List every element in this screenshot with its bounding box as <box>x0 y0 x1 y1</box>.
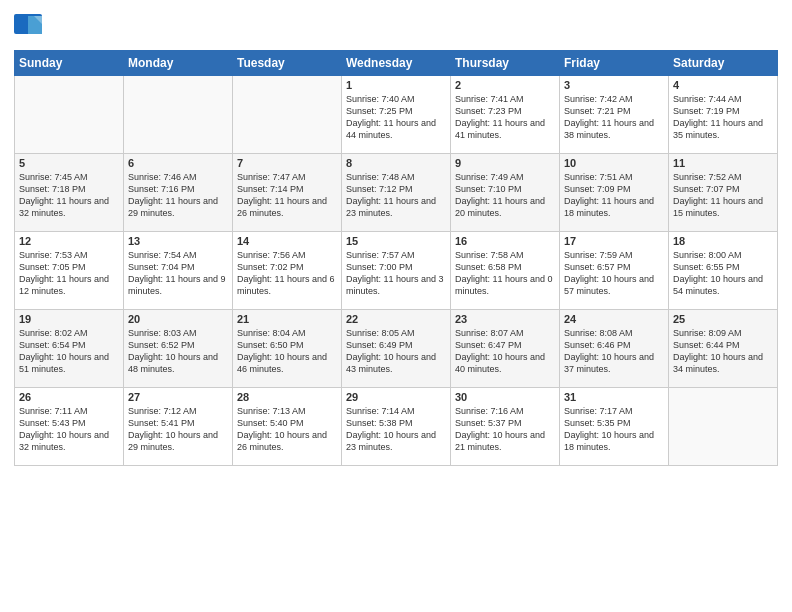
day-number: 18 <box>673 235 773 247</box>
header-row: SundayMondayTuesdayWednesdayThursdayFrid… <box>15 51 778 76</box>
day-info: Sunrise: 7:42 AMSunset: 7:21 PMDaylight:… <box>564 93 664 142</box>
calendar-cell: 23Sunrise: 8:07 AMSunset: 6:47 PMDayligh… <box>451 310 560 388</box>
day-header-saturday: Saturday <box>669 51 778 76</box>
day-info: Sunrise: 7:40 AMSunset: 7:25 PMDaylight:… <box>346 93 446 142</box>
day-number: 31 <box>564 391 664 403</box>
week-row-5: 26Sunrise: 7:11 AMSunset: 5:43 PMDayligh… <box>15 388 778 466</box>
calendar-cell: 6Sunrise: 7:46 AMSunset: 7:16 PMDaylight… <box>124 154 233 232</box>
logo <box>14 14 46 42</box>
day-info: Sunrise: 7:14 AMSunset: 5:38 PMDaylight:… <box>346 405 446 454</box>
calendar-cell <box>669 388 778 466</box>
calendar-cell: 5Sunrise: 7:45 AMSunset: 7:18 PMDaylight… <box>15 154 124 232</box>
day-number: 11 <box>673 157 773 169</box>
week-row-4: 19Sunrise: 8:02 AMSunset: 6:54 PMDayligh… <box>15 310 778 388</box>
calendar-cell: 1Sunrise: 7:40 AMSunset: 7:25 PMDaylight… <box>342 76 451 154</box>
day-number: 16 <box>455 235 555 247</box>
calendar-cell: 22Sunrise: 8:05 AMSunset: 6:49 PMDayligh… <box>342 310 451 388</box>
day-header-thursday: Thursday <box>451 51 560 76</box>
calendar-cell: 4Sunrise: 7:44 AMSunset: 7:19 PMDaylight… <box>669 76 778 154</box>
day-info: Sunrise: 7:16 AMSunset: 5:37 PMDaylight:… <box>455 405 555 454</box>
day-info: Sunrise: 7:47 AMSunset: 7:14 PMDaylight:… <box>237 171 337 220</box>
day-info: Sunrise: 7:52 AMSunset: 7:07 PMDaylight:… <box>673 171 773 220</box>
calendar-cell <box>124 76 233 154</box>
day-info: Sunrise: 7:11 AMSunset: 5:43 PMDaylight:… <box>19 405 119 454</box>
calendar-cell: 18Sunrise: 8:00 AMSunset: 6:55 PMDayligh… <box>669 232 778 310</box>
day-number: 8 <box>346 157 446 169</box>
day-number: 3 <box>564 79 664 91</box>
day-number: 12 <box>19 235 119 247</box>
day-number: 9 <box>455 157 555 169</box>
day-number: 15 <box>346 235 446 247</box>
day-number: 17 <box>564 235 664 247</box>
day-info: Sunrise: 8:00 AMSunset: 6:55 PMDaylight:… <box>673 249 773 298</box>
day-number: 4 <box>673 79 773 91</box>
calendar-cell: 16Sunrise: 7:58 AMSunset: 6:58 PMDayligh… <box>451 232 560 310</box>
logo-icon <box>14 14 42 42</box>
day-header-friday: Friday <box>560 51 669 76</box>
day-number: 10 <box>564 157 664 169</box>
day-number: 1 <box>346 79 446 91</box>
day-info: Sunrise: 7:56 AMSunset: 7:02 PMDaylight:… <box>237 249 337 298</box>
day-info: Sunrise: 7:49 AMSunset: 7:10 PMDaylight:… <box>455 171 555 220</box>
day-info: Sunrise: 7:54 AMSunset: 7:04 PMDaylight:… <box>128 249 228 298</box>
day-number: 27 <box>128 391 228 403</box>
calendar-cell: 25Sunrise: 8:09 AMSunset: 6:44 PMDayligh… <box>669 310 778 388</box>
calendar-cell <box>233 76 342 154</box>
day-number: 7 <box>237 157 337 169</box>
day-info: Sunrise: 7:59 AMSunset: 6:57 PMDaylight:… <box>564 249 664 298</box>
day-info: Sunrise: 7:46 AMSunset: 7:16 PMDaylight:… <box>128 171 228 220</box>
day-info: Sunrise: 7:45 AMSunset: 7:18 PMDaylight:… <box>19 171 119 220</box>
calendar-cell: 3Sunrise: 7:42 AMSunset: 7:21 PMDaylight… <box>560 76 669 154</box>
calendar-cell: 20Sunrise: 8:03 AMSunset: 6:52 PMDayligh… <box>124 310 233 388</box>
calendar-cell: 9Sunrise: 7:49 AMSunset: 7:10 PMDaylight… <box>451 154 560 232</box>
day-info: Sunrise: 7:13 AMSunset: 5:40 PMDaylight:… <box>237 405 337 454</box>
day-header-monday: Monday <box>124 51 233 76</box>
calendar-cell: 24Sunrise: 8:08 AMSunset: 6:46 PMDayligh… <box>560 310 669 388</box>
calendar-table: SundayMondayTuesdayWednesdayThursdayFrid… <box>14 50 778 466</box>
calendar-cell: 13Sunrise: 7:54 AMSunset: 7:04 PMDayligh… <box>124 232 233 310</box>
page-header <box>14 10 778 42</box>
calendar-cell: 31Sunrise: 7:17 AMSunset: 5:35 PMDayligh… <box>560 388 669 466</box>
day-number: 25 <box>673 313 773 325</box>
day-number: 14 <box>237 235 337 247</box>
calendar-cell: 8Sunrise: 7:48 AMSunset: 7:12 PMDaylight… <box>342 154 451 232</box>
calendar-cell: 10Sunrise: 7:51 AMSunset: 7:09 PMDayligh… <box>560 154 669 232</box>
day-header-wednesday: Wednesday <box>342 51 451 76</box>
calendar-cell: 26Sunrise: 7:11 AMSunset: 5:43 PMDayligh… <box>15 388 124 466</box>
calendar-cell: 19Sunrise: 8:02 AMSunset: 6:54 PMDayligh… <box>15 310 124 388</box>
day-number: 13 <box>128 235 228 247</box>
day-info: Sunrise: 7:17 AMSunset: 5:35 PMDaylight:… <box>564 405 664 454</box>
calendar-cell: 29Sunrise: 7:14 AMSunset: 5:38 PMDayligh… <box>342 388 451 466</box>
day-info: Sunrise: 8:05 AMSunset: 6:49 PMDaylight:… <box>346 327 446 376</box>
week-row-2: 5Sunrise: 7:45 AMSunset: 7:18 PMDaylight… <box>15 154 778 232</box>
day-number: 24 <box>564 313 664 325</box>
day-info: Sunrise: 7:44 AMSunset: 7:19 PMDaylight:… <box>673 93 773 142</box>
day-number: 23 <box>455 313 555 325</box>
calendar-cell: 14Sunrise: 7:56 AMSunset: 7:02 PMDayligh… <box>233 232 342 310</box>
calendar-cell: 21Sunrise: 8:04 AMSunset: 6:50 PMDayligh… <box>233 310 342 388</box>
day-number: 20 <box>128 313 228 325</box>
day-info: Sunrise: 7:51 AMSunset: 7:09 PMDaylight:… <box>564 171 664 220</box>
day-info: Sunrise: 7:58 AMSunset: 6:58 PMDaylight:… <box>455 249 555 298</box>
day-number: 21 <box>237 313 337 325</box>
calendar-cell: 11Sunrise: 7:52 AMSunset: 7:07 PMDayligh… <box>669 154 778 232</box>
calendar-cell: 27Sunrise: 7:12 AMSunset: 5:41 PMDayligh… <box>124 388 233 466</box>
day-info: Sunrise: 8:08 AMSunset: 6:46 PMDaylight:… <box>564 327 664 376</box>
day-number: 5 <box>19 157 119 169</box>
calendar-cell: 15Sunrise: 7:57 AMSunset: 7:00 PMDayligh… <box>342 232 451 310</box>
calendar-cell: 28Sunrise: 7:13 AMSunset: 5:40 PMDayligh… <box>233 388 342 466</box>
day-number: 22 <box>346 313 446 325</box>
calendar-cell <box>15 76 124 154</box>
day-number: 26 <box>19 391 119 403</box>
day-info: Sunrise: 8:04 AMSunset: 6:50 PMDaylight:… <box>237 327 337 376</box>
day-info: Sunrise: 7:53 AMSunset: 7:05 PMDaylight:… <box>19 249 119 298</box>
calendar-cell: 12Sunrise: 7:53 AMSunset: 7:05 PMDayligh… <box>15 232 124 310</box>
week-row-1: 1Sunrise: 7:40 AMSunset: 7:25 PMDaylight… <box>15 76 778 154</box>
day-header-tuesday: Tuesday <box>233 51 342 76</box>
day-info: Sunrise: 8:02 AMSunset: 6:54 PMDaylight:… <box>19 327 119 376</box>
day-number: 19 <box>19 313 119 325</box>
day-number: 29 <box>346 391 446 403</box>
day-number: 28 <box>237 391 337 403</box>
calendar-cell: 2Sunrise: 7:41 AMSunset: 7:23 PMDaylight… <box>451 76 560 154</box>
calendar-cell: 30Sunrise: 7:16 AMSunset: 5:37 PMDayligh… <box>451 388 560 466</box>
